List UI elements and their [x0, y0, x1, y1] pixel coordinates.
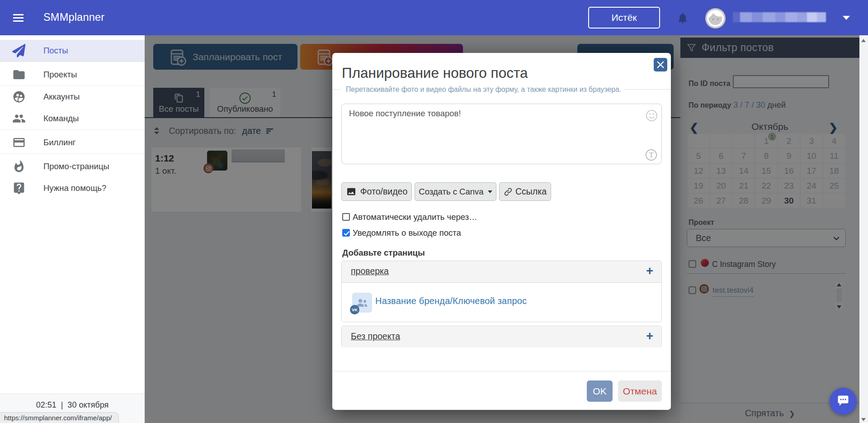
- svg-text:T: T: [649, 151, 653, 159]
